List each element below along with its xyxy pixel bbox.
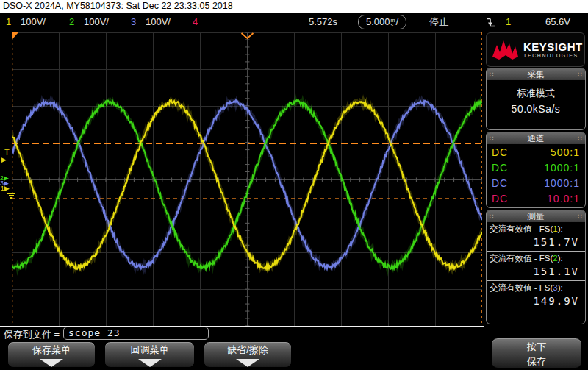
measurement-item: 交流有效值 - FS(3): 149.9V	[487, 281, 585, 310]
channels-panel: ∷ 通道 ∷ DC 500:1 DC 1000:1 DC 1000:1 DC 1…	[486, 132, 586, 208]
ch1-number[interactable]: 1	[6, 15, 11, 29]
press-to-save-button[interactable]: 按下 保存	[491, 338, 582, 369]
brand-subname: TECHNOLOGIES	[523, 52, 583, 59]
channel-row: DC 10.0:1	[487, 191, 585, 206]
drag-handle-icon: ∷	[490, 135, 494, 142]
brand-text: KEYSIGHT TECHNOLOGIES	[523, 41, 583, 59]
ch3-scale[interactable]: 100V/	[146, 15, 171, 29]
drag-handle-icon: ∷	[490, 213, 494, 220]
measurement-value: 149.9V	[487, 293, 585, 307]
ch2-coupling: DC	[492, 162, 508, 174]
channel-row: DC 1000:1	[487, 175, 585, 191]
trigger-level-marker[interactable]: ▶	[1, 157, 7, 163]
delay-readout[interactable]: 5.572s	[309, 15, 337, 29]
brand-name: KEYSIGHT	[523, 41, 583, 52]
ch3-probe-ratio: 1000:1	[544, 177, 580, 189]
down-arrow-icon	[236, 359, 259, 367]
softkey-default-erase[interactable]: 缺省/擦除	[204, 341, 292, 368]
ch4-probe-ratio: 10.0:1	[547, 193, 580, 204]
ch1-scale[interactable]: 100V/	[21, 15, 46, 29]
timebase-unit: ms	[391, 18, 395, 27]
filename-input[interactable]: scope_23	[63, 327, 209, 340]
timebase-readout[interactable]: 5.000ms/	[358, 15, 406, 29]
drag-handle-icon: ∷	[490, 71, 494, 78]
acquisition-panel: ∷ 采集 ∷ 标准模式 50.0kSa/s	[486, 68, 586, 130]
run-state[interactable]: 停止	[429, 15, 448, 29]
acquisition-mode: 标准模式	[487, 87, 585, 100]
trigger-edge-icon[interactable]	[487, 17, 495, 30]
oscilloscope-screen: DSO-X 2024A, MY58104373: Sat Dec 22 23:3…	[0, 0, 588, 370]
ch4-number[interactable]: 4	[193, 15, 198, 29]
statusbar: 1 100V/ 2 100V/ 3 100V/ 4 5.572s 5.000ms…	[0, 13, 588, 32]
ch2-number[interactable]: 2	[69, 15, 74, 29]
sample-rate: 50.0kSa/s	[487, 103, 585, 115]
down-arrow-icon	[138, 359, 162, 367]
trigger-level-readout[interactable]: 65.6V	[545, 15, 570, 29]
brand-panel: KEYSIGHT TECHNOLOGIES	[486, 32, 585, 67]
ch2-scale[interactable]: 100V/	[84, 15, 109, 29]
measurement-item: 交流有效值 - FS(2): 151.1V	[487, 252, 585, 281]
measurements-panel-header[interactable]: ∷ 测量 ∷	[487, 210, 585, 222]
timebase-value: 5.000	[366, 16, 390, 27]
save-to-file-label: 保存到文件 =	[4, 328, 60, 341]
ch3-coupling: DC	[492, 177, 508, 189]
measurements-title: 测量	[528, 211, 545, 222]
acquisition-panel-header[interactable]: ∷ 采集 ∷	[487, 68, 585, 80]
ch1-ground-marker[interactable]: 1▶	[1, 185, 10, 192]
keysight-logo-icon	[491, 38, 520, 63]
channels-panel-header[interactable]: ∷ 通道 ∷	[487, 132, 585, 144]
drag-handle-icon: ∷	[578, 135, 582, 142]
titlebar: DSO-X 2024A, MY58104373: Sat Dec 22 23:3…	[0, 0, 588, 13]
acquisition-title: 采集	[528, 69, 545, 80]
measurement-item: 交流有效值 - FS(1): 151.7V	[487, 222, 585, 252]
channels-title: 通道	[528, 133, 545, 144]
measurements-panel: ∷ 测量 ∷ 交流有效值 - FS(1): 151.7V 交流有效值 - FS(…	[486, 210, 586, 324]
measurement-value: 151.1V	[487, 264, 585, 278]
ch2-probe-ratio: 1000:1	[544, 162, 580, 174]
drag-handle-icon: ∷	[578, 213, 582, 220]
softkey-save-menu[interactable]: 保存菜单	[7, 341, 96, 368]
ch1-coupling: DC	[492, 146, 508, 158]
ch1-probe-ratio: 500:1	[551, 146, 580, 158]
down-arrow-icon	[40, 359, 63, 367]
channel-row: DC 500:1	[487, 144, 585, 160]
ch3-number[interactable]: 3	[131, 15, 136, 29]
drag-handle-icon: ∷	[578, 71, 582, 78]
measurement-value: 151.7V	[487, 235, 585, 249]
window-title: DSO-X 2024A, MY58104373: Sat Dec 22 23:3…	[3, 1, 233, 11]
trigger-source[interactable]: 1	[506, 15, 511, 29]
channel-row: DC 1000:1	[487, 160, 585, 175]
softkey-recall-menu[interactable]: 回调菜单	[104, 341, 195, 368]
waveform-display[interactable]	[12, 32, 482, 326]
ch4-coupling: DC	[492, 193, 508, 204]
